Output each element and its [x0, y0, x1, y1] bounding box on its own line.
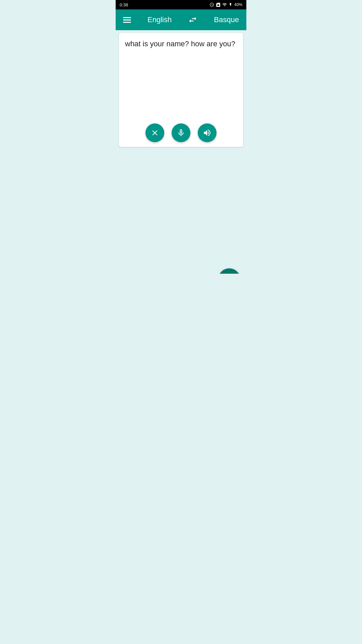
panels-container: what is your name? how are you?: [116, 33, 246, 274]
nav-bar: English Basque: [116, 9, 246, 30]
status-bar: 0:38 40%: [116, 0, 246, 9]
mic-button[interactable]: [172, 123, 190, 142]
swap-languages-button[interactable]: [188, 15, 197, 24]
input-panel: what is your name? how are you?: [119, 33, 243, 147]
clear-button[interactable]: [145, 123, 164, 142]
input-actions: [119, 123, 243, 142]
menu-button[interactable]: [123, 17, 131, 23]
battery-text: 40%: [234, 2, 242, 7]
translate-button[interactable]: [218, 268, 240, 274]
target-language-button[interactable]: Basque: [214, 15, 239, 24]
input-text[interactable]: what is your name? how are you?: [125, 39, 237, 49]
source-language-button[interactable]: English: [147, 15, 172, 24]
speak-button[interactable]: [198, 123, 217, 142]
status-time: 0:38: [120, 2, 128, 7]
status-icons: 40%: [209, 2, 242, 7]
